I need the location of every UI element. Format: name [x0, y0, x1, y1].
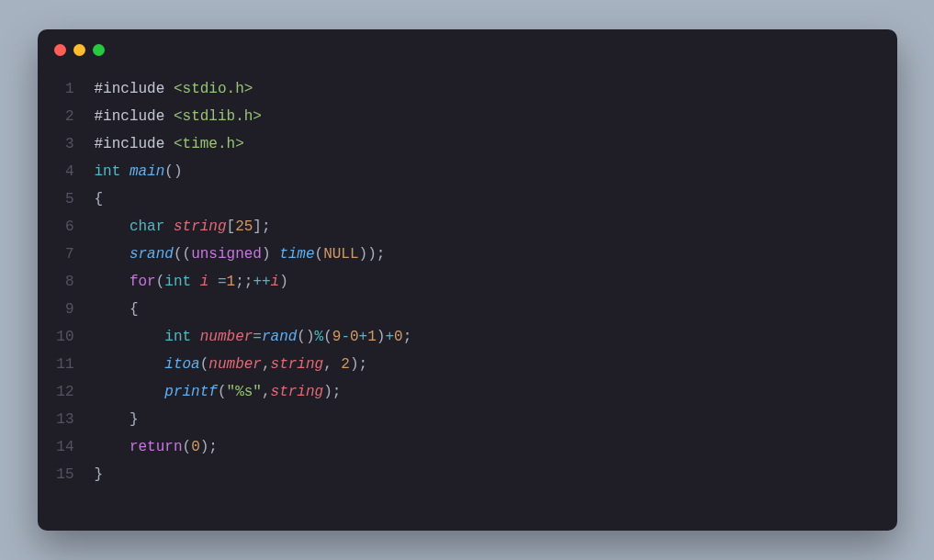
line-number: 7 [38, 241, 95, 268]
token: , [323, 356, 341, 373]
token: #include [95, 136, 174, 152]
token: ( [183, 439, 192, 455]
code-content[interactable]: { [95, 185, 104, 213]
token [191, 274, 200, 290]
code-line[interactable]: 15} [38, 461, 897, 488]
token: = [253, 329, 262, 345]
token: return [129, 439, 183, 455]
token: i [271, 274, 280, 290]
token: 1 [367, 329, 377, 345]
token: ]; [253, 218, 270, 235]
token: { [95, 191, 104, 207]
code-content[interactable]: int main() [95, 158, 183, 185]
token: , [262, 356, 271, 373]
token: <time.h> [174, 136, 244, 152]
token: itoa [164, 356, 199, 373]
token: 25 [235, 218, 253, 235]
code-line[interactable]: 13 } [38, 406, 897, 433]
close-icon[interactable] [54, 44, 66, 56]
token: 0 [394, 329, 403, 345]
code-content[interactable]: #include <time.h> [95, 130, 244, 158]
code-content[interactable]: srand((unsigned) time(NULL)); [95, 241, 386, 268]
token: unsigned [191, 246, 262, 263]
token: #include [95, 108, 174, 125]
token: ); [350, 356, 367, 373]
code-line[interactable]: 7 srand((unsigned) time(NULL)); [38, 241, 897, 268]
token [95, 356, 165, 373]
code-line[interactable]: 1#include <stdio.h> [38, 75, 897, 103]
token: ); [323, 384, 341, 400]
code-content[interactable]: #include <stdio.h> [95, 75, 253, 103]
line-number: 5 [38, 185, 95, 213]
code-content[interactable]: char string[25]; [95, 213, 271, 241]
token: number [208, 356, 262, 373]
token: printf [164, 384, 218, 400]
token: ) [377, 329, 386, 345]
code-content[interactable]: printf("%s",string); [95, 378, 342, 406]
token: <stdlib.h> [174, 108, 262, 125]
token: ++ [253, 274, 270, 290]
token: ; [403, 329, 412, 345]
code-line[interactable]: 11 itoa(number,string, 2); [38, 351, 897, 378]
code-window: 1#include <stdio.h>2#include <stdlib.h>3… [38, 29, 897, 531]
token [164, 218, 174, 235]
token: int [164, 329, 191, 345]
line-number: 3 [38, 130, 95, 158]
zoom-icon[interactable] [93, 44, 105, 56]
code-content[interactable]: #include <stdlib.h> [95, 103, 262, 130]
token [95, 218, 129, 235]
token [95, 246, 129, 263]
code-content[interactable]: int number=rand()%(9-0+1)+0; [95, 323, 412, 351]
code-editor[interactable]: 1#include <stdio.h>2#include <stdlib.h>3… [38, 70, 897, 531]
token: - [341, 329, 350, 345]
token: + [359, 329, 368, 345]
token: = [218, 274, 227, 290]
code-content[interactable]: for(int i =1;;++i) [95, 268, 288, 296]
code-line[interactable]: 5{ [38, 185, 897, 213]
token: [ [227, 218, 236, 235]
code-line[interactable]: 10 int number=rand()%(9-0+1)+0; [38, 323, 897, 351]
token: int [95, 163, 121, 180]
token: 2 [341, 356, 350, 373]
code-line[interactable]: 2#include <stdlib.h> [38, 103, 897, 130]
line-number: 2 [38, 103, 95, 130]
line-number: 12 [38, 378, 95, 406]
token: )); [359, 246, 386, 263]
token: ( [156, 274, 165, 290]
token: string [271, 356, 324, 373]
code-content[interactable]: } [95, 461, 104, 488]
line-number: 15 [38, 461, 95, 488]
code-line[interactable]: 8 for(int i =1;;++i) [38, 268, 897, 296]
token: ); [200, 439, 218, 455]
code-line[interactable]: 6 char string[25]; [38, 213, 897, 241]
line-number: 11 [38, 351, 95, 378]
token: 0 [350, 329, 359, 345]
code-content[interactable]: itoa(number,string, 2); [95, 351, 368, 378]
token [120, 163, 129, 180]
code-line[interactable]: 9 { [38, 296, 897, 323]
code-line[interactable]: 4int main() [38, 158, 897, 185]
code-content[interactable]: } [95, 406, 139, 433]
code-line[interactable]: 3#include <time.h> [38, 130, 897, 158]
token: () [297, 329, 314, 345]
code-line[interactable]: 12 printf("%s",string); [38, 378, 897, 406]
code-content[interactable]: return(0); [95, 433, 218, 461]
line-number: 14 [38, 433, 95, 461]
token: time [279, 246, 314, 263]
token: (( [174, 246, 191, 263]
titlebar [38, 29, 897, 70]
token: } [95, 411, 139, 428]
token: () [164, 163, 182, 180]
token [95, 384, 165, 400]
minimize-icon[interactable] [73, 44, 85, 56]
code-line[interactable]: 14 return(0); [38, 433, 897, 461]
line-number: 4 [38, 158, 95, 185]
line-number: 1 [38, 75, 95, 103]
line-number: 6 [38, 213, 95, 241]
token: ( [218, 384, 227, 400]
code-content[interactable]: { [95, 296, 139, 323]
token: for [129, 274, 156, 290]
line-number: 13 [38, 406, 95, 433]
token [95, 329, 165, 345]
token: , [262, 384, 271, 400]
